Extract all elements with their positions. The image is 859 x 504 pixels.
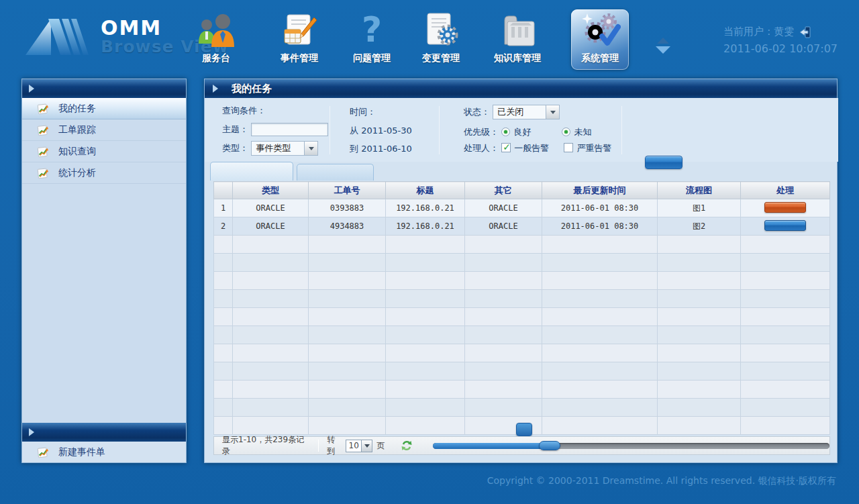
- table-row-empty: [214, 326, 830, 344]
- cell-index: 2: [214, 217, 233, 236]
- tab-bar: [210, 162, 374, 181]
- cell-index: 1: [214, 199, 233, 217]
- sidebar-bottom-section: 新建事件单: [22, 423, 186, 462]
- cell-type: ORACLE: [233, 199, 309, 217]
- dropdown-arrow-icon[interactable]: [546, 105, 559, 119]
- logout-icon[interactable]: [799, 26, 811, 38]
- checkbox-severe-alarm-label: 严重告警: [576, 143, 611, 153]
- table-row-empty: [214, 272, 830, 290]
- table-row-empty: [214, 290, 830, 308]
- col-other[interactable]: 其它: [465, 182, 542, 199]
- page-select-value: 10: [346, 441, 361, 450]
- time-label: 时间：: [350, 106, 376, 118]
- table-row-empty: [214, 362, 830, 381]
- record-summary: 显示1-10，共239条记录: [222, 434, 310, 457]
- col-updated[interactable]: 最后更新时间: [542, 182, 658, 199]
- table-row[interactable]: 2 ORACLE 4934883 192.168.0.21 ORACLE 201…: [214, 217, 830, 236]
- system-gears-icon: [579, 11, 621, 48]
- sidebar-item-knowledge-query[interactable]: 知识查询: [22, 141, 186, 162]
- checkbox-severe-alarm[interactable]: [564, 143, 573, 152]
- divider: [621, 106, 622, 154]
- col-order-no[interactable]: 工单号: [309, 182, 386, 199]
- change-gear-doc-icon: [422, 12, 460, 48]
- nav-knowledge-mgmt[interactable]: 知识库管理: [481, 9, 554, 70]
- checkbox-general-alarm[interactable]: [501, 143, 511, 152]
- nav-label: 知识库管理: [481, 52, 554, 64]
- results-table: 类型 工单号 标题 其它 最后更新时间 流程图 处理 1 ORACLE 0393…: [213, 181, 830, 435]
- status-select[interactable]: 已关闭: [493, 105, 560, 119]
- cell-updated: 2011-06-01 08:30: [542, 199, 658, 217]
- subject-label: 主题：: [222, 124, 248, 134]
- svg-text:?: ?: [362, 12, 382, 48]
- col-type[interactable]: 类型: [233, 182, 309, 199]
- panel-title: 我的任务: [232, 83, 272, 95]
- page-suffix-label: 页: [376, 440, 385, 452]
- table-row[interactable]: 1 ORACLE 0393883 192.168.0.21 ORACLE 201…: [214, 199, 830, 217]
- handler-label: 处理人：: [464, 143, 499, 153]
- sidebar-item-label: 新建事件单: [58, 446, 105, 458]
- strip-arrow-icon: [213, 85, 218, 93]
- sidebar-item-label: 知识查询: [58, 146, 96, 158]
- cell-title: 192.168.0.21: [386, 199, 465, 217]
- cell-flow-link[interactable]: 图2: [658, 217, 741, 236]
- sidebar-item-statistics[interactable]: 统计分析: [22, 162, 186, 184]
- row-action-button[interactable]: [764, 220, 806, 231]
- status-label: 状态：: [464, 107, 490, 117]
- nav-problem-mgmt[interactable]: ? 问题管理: [342, 9, 401, 70]
- scroll-down-icon[interactable]: [656, 46, 670, 54]
- cell-other: ORACLE: [465, 217, 542, 236]
- type-select-value: 事件类型: [252, 142, 304, 154]
- cell-flow-link[interactable]: 图1: [658, 199, 741, 217]
- main-panel: 我的任务 查询条件： 主题： 类型： 事件类型 时间： 从 2011-05-30…: [204, 79, 838, 463]
- sidebar-item-order-tracking[interactable]: 工单跟踪: [22, 119, 186, 141]
- search-button[interactable]: [645, 156, 683, 169]
- sidebar-item-label: 我的任务: [58, 103, 96, 115]
- tab-first[interactable]: [210, 162, 293, 181]
- col-title[interactable]: 标题: [386, 182, 465, 199]
- nav-scroll-arrows[interactable]: [655, 38, 671, 54]
- people-icon: [195, 13, 237, 48]
- dropdown-arrow-icon[interactable]: [361, 440, 372, 452]
- page-slider-handle[interactable]: [539, 441, 560, 450]
- radio-unknown[interactable]: [562, 128, 570, 136]
- nav-system-mgmt[interactable]: 系统管理: [571, 9, 629, 70]
- col-flow[interactable]: 流程图: [658, 182, 741, 199]
- sidebar-item-new-incident[interactable]: 新建事件单: [22, 442, 186, 462]
- query-area: 查询条件： 主题： 类型： 事件类型 时间： 从 2011-05-30 到 20…: [205, 98, 838, 162]
- dropdown-arrow-icon[interactable]: [304, 142, 317, 155]
- slider-flag-marker[interactable]: [516, 423, 532, 436]
- sidebar-item-my-tasks[interactable]: 我的任务: [22, 98, 186, 119]
- refresh-icon[interactable]: [401, 440, 413, 452]
- incident-doc-icon: [281, 13, 318, 48]
- nav-label: 服务台: [190, 52, 242, 64]
- type-select[interactable]: 事件类型: [251, 141, 318, 156]
- knowledge-folder-icon: [498, 15, 537, 48]
- task-chart-icon: [37, 103, 49, 115]
- tab-second[interactable]: [297, 164, 374, 181]
- page-select[interactable]: 10: [346, 440, 372, 452]
- radio-good[interactable]: [501, 128, 510, 136]
- task-chart-icon: [37, 446, 49, 458]
- logo-triangle-icon: [24, 16, 91, 58]
- nav-change-mgmt[interactable]: 变更管理: [411, 9, 470, 70]
- cell-order-no: 0393883: [309, 199, 386, 217]
- cell-updated: 2011-06-01 08:30: [542, 217, 658, 236]
- copyright-text: Copyright © 2000-2011 Dreamstime. All ri…: [487, 475, 836, 487]
- sidebar: 我的任务 工单跟踪 知识查询 统计分析: [21, 79, 187, 463]
- table-row-empty: [214, 381, 830, 399]
- user-info: 当前用户：黄雯 2011-06-02 10:07:07: [723, 26, 838, 55]
- current-datetime: 2011-06-02 10:07:07: [723, 42, 838, 55]
- nav-incident-mgmt[interactable]: 事件管理: [270, 9, 329, 70]
- page-slider[interactable]: [433, 443, 829, 449]
- cell-type: ORACLE: [233, 217, 309, 236]
- nav-service-desk[interactable]: 服务台: [190, 9, 242, 70]
- radio-unknown-label: 未知: [574, 127, 591, 137]
- subject-input[interactable]: [251, 123, 328, 136]
- table-row-empty: [214, 308, 830, 326]
- table-row-empty: [214, 344, 830, 362]
- row-action-button[interactable]: [764, 202, 806, 213]
- col-action[interactable]: 处理: [741, 182, 830, 199]
- question-icon: ?: [358, 12, 385, 48]
- task-chart-icon: [37, 124, 49, 136]
- scroll-up-icon[interactable]: [657, 38, 669, 44]
